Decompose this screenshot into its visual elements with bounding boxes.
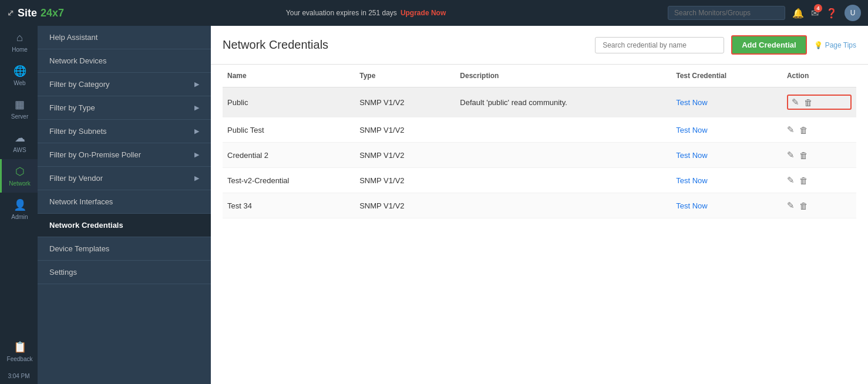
credentials-table-area: Name Type Description Test Credential Ac… bbox=[211, 65, 868, 384]
test-now-link[interactable]: Test Now bbox=[676, 151, 707, 160]
filter-type-label: Filter by Type bbox=[49, 103, 95, 112]
sidebar-item-network-devices[interactable]: Network Devices bbox=[38, 49, 211, 73]
cell-description bbox=[455, 193, 671, 218]
topbar: ⤢ Site24x7 Your evaluation expires in 25… bbox=[0, 0, 868, 26]
help-icon[interactable]: ❓ bbox=[826, 8, 837, 19]
delete-icon[interactable]: 🗑 bbox=[804, 97, 813, 107]
cell-action: ✎ 🗑 bbox=[782, 193, 856, 218]
sidebar-item-network-credentials[interactable]: Network Credentials bbox=[38, 214, 211, 237]
sidebar-item-aws[interactable]: ☁ AWS bbox=[0, 126, 38, 159]
add-credential-button[interactable]: Add Credential bbox=[731, 35, 806, 55]
sidebar-item-network[interactable]: ⬡ Network bbox=[0, 159, 38, 193]
test-now-link[interactable]: Test Now bbox=[676, 126, 707, 134]
global-search-input[interactable] bbox=[668, 6, 785, 20]
admin-icon: 👤 bbox=[14, 198, 26, 211]
page-tips-link[interactable]: 💡 Page Tips bbox=[814, 41, 856, 49]
col-type: Type bbox=[355, 65, 455, 87]
cell-test-credential: Test Now bbox=[671, 168, 782, 193]
sidebar-item-admin[interactable]: 👤 Admin bbox=[0, 193, 38, 226]
table-row: Test-v2-Credential SNMP V1/V2 Test Now ✎… bbox=[223, 168, 856, 193]
page-title: Network Credentials bbox=[223, 38, 328, 52]
cell-name: Test 34 bbox=[223, 193, 355, 218]
cell-description bbox=[455, 117, 671, 143]
cell-description bbox=[455, 143, 671, 168]
content-header: Network Credentials Add Credential 💡 Pag… bbox=[211, 26, 868, 65]
cell-action: ✎ 🗑 bbox=[782, 117, 856, 143]
sidebar-item-filter-subnets[interactable]: Filter by Subnets ▶ bbox=[38, 120, 211, 143]
sidebar-item-help-assistant[interactable]: Help Assistant bbox=[38, 26, 211, 49]
cell-type: SNMP V1/V2 bbox=[355, 87, 455, 117]
col-name: Name bbox=[223, 65, 355, 87]
sidebar-item-filter-premise[interactable]: Filter by On-Premise Poller ▶ bbox=[38, 143, 211, 167]
edit-icon[interactable]: ✎ bbox=[792, 97, 799, 107]
sidebar-item-settings[interactable]: Settings bbox=[38, 261, 211, 284]
action-icons: ✎ 🗑 bbox=[787, 150, 852, 160]
cell-test-credential: Test Now bbox=[671, 143, 782, 168]
mail-badge: 4 bbox=[814, 4, 822, 12]
chevron-right-icon: ▶ bbox=[194, 174, 199, 182]
cell-action: ✎ 🗑 bbox=[782, 143, 856, 168]
action-icons: ✎ 🗑 bbox=[787, 200, 852, 211]
sidebar-item-device-templates[interactable]: Device Templates bbox=[38, 237, 211, 261]
test-now-link[interactable]: Test Now bbox=[676, 98, 707, 107]
cell-name: Public Test bbox=[223, 117, 355, 143]
aws-icon: ☁ bbox=[15, 132, 25, 144]
logo: ⤢ Site24x7 bbox=[7, 7, 64, 19]
cell-description bbox=[455, 168, 671, 193]
sidebar-item-server[interactable]: ▦ Server bbox=[0, 92, 38, 126]
aws-label: AWS bbox=[13, 147, 26, 153]
test-now-link[interactable]: Test Now bbox=[676, 201, 707, 210]
edit-icon[interactable]: ✎ bbox=[787, 124, 795, 135]
server-icon: ▦ bbox=[15, 98, 25, 111]
sidebar-item-feedback[interactable]: 📋 Feedback bbox=[0, 335, 38, 368]
settings-label: Settings bbox=[49, 268, 77, 277]
cell-description: Default 'public' read community. bbox=[455, 87, 671, 117]
col-description: Description bbox=[455, 65, 671, 87]
edit-icon[interactable]: ✎ bbox=[787, 200, 795, 211]
logo-site: Site bbox=[18, 7, 37, 19]
sidebar-item-filter-vendor[interactable]: Filter by Vendor ▶ bbox=[38, 167, 211, 190]
test-now-link[interactable]: Test Now bbox=[676, 176, 707, 185]
filter-subnets-label: Filter by Subnets bbox=[49, 127, 107, 136]
eval-text: Your evaluation expires in 251 days bbox=[286, 9, 397, 17]
cell-type: SNMP V1/V2 bbox=[355, 168, 455, 193]
cell-name: Public bbox=[223, 87, 355, 117]
edit-icon[interactable]: ✎ bbox=[787, 150, 795, 160]
sidebar-item-network-interfaces[interactable]: Network Interfaces bbox=[38, 190, 211, 214]
delete-icon[interactable]: 🗑 bbox=[799, 125, 808, 135]
chevron-right-icon: ▶ bbox=[194, 80, 199, 88]
sidebar-item-filter-type[interactable]: Filter by Type ▶ bbox=[38, 96, 211, 120]
col-action: Action bbox=[782, 65, 856, 87]
icon-nav-bottom: 📋 Feedback 3:04 PM bbox=[0, 335, 38, 384]
lightbulb-icon: 💡 bbox=[814, 41, 823, 49]
feedback-icon: 📋 bbox=[14, 341, 26, 353]
network-devices-label: Network Devices bbox=[49, 56, 107, 65]
cell-name: Test-v2-Credential bbox=[223, 168, 355, 193]
cell-name: Credential 2 bbox=[223, 143, 355, 168]
notification-bell-icon[interactable]: 🔔 bbox=[792, 8, 804, 19]
edit-icon[interactable]: ✎ bbox=[787, 175, 795, 186]
cell-test-credential: Test Now bbox=[671, 117, 782, 143]
cell-action: ✎ 🗑 bbox=[782, 87, 856, 117]
page-tips-label: Page Tips bbox=[825, 41, 856, 49]
sidebar-item-home[interactable]: ⌂ Home bbox=[0, 26, 38, 59]
chevron-right-icon: ▶ bbox=[194, 151, 199, 159]
upgrade-link[interactable]: Upgrade Now bbox=[401, 9, 446, 17]
home-icon: ⌂ bbox=[16, 32, 23, 44]
sidebar-item-web[interactable]: 🌐 Web bbox=[0, 59, 38, 92]
admin-label: Admin bbox=[11, 214, 28, 220]
chevron-right-icon: ▶ bbox=[194, 127, 199, 135]
user-avatar[interactable]: U bbox=[845, 5, 861, 21]
search-credential-input[interactable] bbox=[595, 37, 724, 53]
main-layout: ⌂ Home 🌐 Web ▦ Server ☁ AWS ⬡ Network 👤 … bbox=[0, 26, 868, 384]
delete-icon[interactable]: 🗑 bbox=[799, 176, 808, 186]
web-label: Web bbox=[14, 80, 25, 86]
mail-icon-wrapper[interactable]: ✉ 4 bbox=[811, 8, 819, 19]
feedback-label: Feedback bbox=[7, 356, 33, 362]
delete-icon[interactable]: 🗑 bbox=[799, 150, 808, 160]
sidebar-item-filter-category[interactable]: Filter by Category ▶ bbox=[38, 73, 211, 96]
credentials-table: Name Type Description Test Credential Ac… bbox=[223, 65, 856, 218]
table-row: Test 34 SNMP V1/V2 Test Now ✎ 🗑 bbox=[223, 193, 856, 218]
delete-icon[interactable]: 🗑 bbox=[799, 201, 808, 211]
help-assistant-label: Help Assistant bbox=[49, 33, 97, 42]
